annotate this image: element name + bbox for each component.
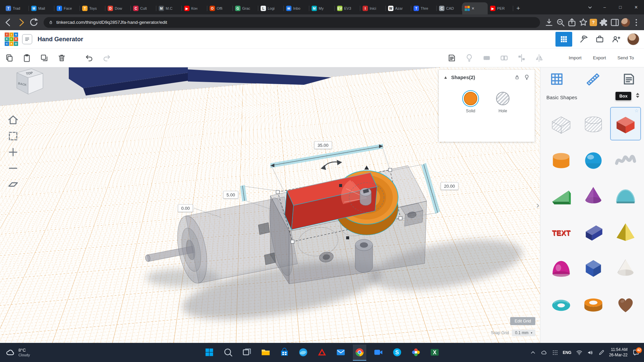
- wifi-icon[interactable]: [576, 349, 583, 356]
- duplicate-button[interactable]: [40, 53, 49, 63]
- shape-item-tube[interactable]: [579, 289, 608, 321]
- shape-item-sphere[interactable]: [579, 144, 608, 176]
- shape-item-heart[interactable]: [611, 289, 640, 321]
- align-button[interactable]: [517, 53, 526, 63]
- zoom-out-button[interactable]: [7, 162, 19, 175]
- browser-tab[interactable]: OOffi: [207, 2, 233, 14]
- notification-center-icon[interactable]: 42: [632, 349, 640, 357]
- shape-item-cylinder-hole[interactable]: [579, 108, 608, 140]
- export-button[interactable]: Export: [593, 55, 606, 60]
- maximize-button[interactable]: □: [612, 0, 628, 14]
- blue-object[interactable]: [69, 67, 331, 96]
- 3d-viewport[interactable]: TOP BACK 35.00 5.00 0.00 20.00 ▲ Shapes(…: [0, 67, 540, 343]
- perspective-toggle-button[interactable]: [7, 178, 19, 191]
- home-view-button[interactable]: [7, 114, 19, 126]
- new-tab-button[interactable]: +: [513, 3, 523, 13]
- undo-button[interactable]: [85, 53, 94, 63]
- favorite-star-icon[interactable]: ☆: [634, 108, 639, 113]
- hole-option[interactable]: Hole: [496, 92, 509, 113]
- pen-icon[interactable]: [598, 349, 605, 356]
- shape-item-wedge[interactable]: [546, 180, 576, 212]
- shape-item-cylinder[interactable]: [546, 144, 576, 176]
- dimension-length[interactable]: 35.00: [314, 141, 332, 149]
- zoom-in-button[interactable]: [7, 146, 19, 159]
- hide-icon[interactable]: [524, 74, 530, 80]
- extensions-puzzle-icon[interactable]: [598, 17, 608, 27]
- clock[interactable]: 11:54 AM 26-Mar-22: [609, 347, 628, 358]
- shape-category-dropdown[interactable]: Basic Shapes: [546, 95, 577, 100]
- view-cube[interactable]: TOP BACK: [17, 69, 43, 94]
- browser-tab-active[interactable]: ×: [462, 2, 488, 14]
- shape-item-box[interactable]: ☆: [611, 108, 640, 140]
- tinkercad-logo[interactable]: TINKERCAD: [5, 33, 18, 46]
- workplane-tool-icon[interactable]: [549, 71, 565, 87]
- extension-badge-icon[interactable]: ?: [590, 19, 597, 26]
- browser-tab[interactable]: TToys: [80, 2, 105, 14]
- browser-tab[interactable]: ▶Кон: [182, 2, 207, 14]
- mirror-button[interactable]: [534, 53, 544, 63]
- taskbar-app-explorer[interactable]: [259, 345, 272, 361]
- browser-tab[interactable]: MMy: [309, 2, 335, 14]
- taskbar-app-start[interactable]: [203, 345, 216, 361]
- browser-tab[interactable]: ✉Inbo: [284, 2, 309, 14]
- shape-item-cone[interactable]: [579, 180, 608, 212]
- send-to-button[interactable]: Send To: [618, 55, 634, 60]
- close-button[interactable]: ×: [628, 0, 644, 14]
- solid-swatch[interactable]: [464, 92, 477, 105]
- browser-tab[interactable]: LLogi: [258, 2, 284, 14]
- copy-button[interactable]: [5, 53, 14, 63]
- projects-icon[interactable]: [595, 35, 604, 44]
- volume-icon[interactable]: [587, 349, 594, 356]
- taskbar-app-excel[interactable]: X: [428, 345, 441, 361]
- ungroup-button[interactable]: [499, 53, 509, 63]
- show-all-button[interactable]: [465, 53, 474, 63]
- dimension-elevation[interactable]: 0.00: [178, 204, 193, 212]
- category-spinner[interactable]: [636, 93, 639, 98]
- invite-people-icon[interactable]: [611, 35, 621, 44]
- downloads-icon[interactable]: [544, 17, 554, 27]
- browser-tab[interactable]: TTrad: [3, 2, 29, 14]
- browser-tab[interactable]: CCult: [131, 2, 156, 14]
- browser-tab[interactable]: GGrac: [233, 2, 258, 14]
- forward-button[interactable]: [15, 17, 27, 28]
- design-menu-icon[interactable]: [22, 34, 32, 44]
- browser-tab[interactable]: MM.C: [156, 2, 182, 14]
- shape-item-ramp[interactable]: [579, 216, 608, 248]
- shape-item-scribble[interactable]: [611, 144, 640, 176]
- shape-item-torus[interactable]: [546, 289, 576, 321]
- tab-close-icon[interactable]: ×: [472, 6, 474, 11]
- fit-view-button[interactable]: [7, 130, 19, 142]
- redo-button[interactable]: [102, 53, 111, 63]
- dashboard-grid-button[interactable]: [555, 32, 572, 47]
- hole-swatch[interactable]: [496, 92, 509, 105]
- notes-button[interactable]: [447, 53, 457, 63]
- taskbar-app-chrome[interactable]: [353, 345, 366, 361]
- browser-tab[interactable]: fFace: [54, 2, 80, 14]
- bookmark-star-icon[interactable]: [578, 17, 588, 27]
- sidebar-collapse-icon[interactable]: ›: [536, 200, 539, 210]
- paste-button[interactable]: [22, 53, 32, 63]
- browser-tab[interactable]: IInici: [360, 2, 386, 14]
- taskbar-app-camera[interactable]: [372, 345, 385, 361]
- shape-item-roof[interactable]: [611, 180, 640, 212]
- language-indicator[interactable]: ENG: [563, 350, 572, 355]
- collapse-panel-icon[interactable]: ▲: [443, 75, 448, 80]
- edit-grid-button[interactable]: Edit Grid: [510, 317, 535, 325]
- dimension-width[interactable]: 20.00: [441, 182, 459, 190]
- apps-grid-icon[interactable]: [552, 349, 558, 356]
- browser-tab[interactable]: TThre: [411, 2, 437, 14]
- taskbar-app-search[interactable]: [221, 345, 235, 361]
- browser-menu-icon[interactable]: [631, 17, 641, 27]
- browser-tab[interactable]: CCAD: [437, 2, 462, 14]
- shape-item-pyramid[interactable]: [611, 216, 640, 248]
- notes-tool-icon[interactable]: [621, 71, 637, 87]
- zoom-out-icon[interactable]: [555, 17, 566, 27]
- back-button[interactable]: [3, 17, 14, 28]
- tray-overflow-icon[interactable]: [530, 349, 536, 356]
- taskbar-app-edge[interactable]: [297, 345, 310, 361]
- solid-option[interactable]: Solid: [464, 92, 477, 113]
- tools-icon[interactable]: [579, 35, 588, 44]
- browser-tab[interactable]: DDow: [105, 2, 131, 14]
- shape-item-text[interactable]: TEXTTEXT: [546, 216, 576, 248]
- rotate-arrow-icon[interactable]: [321, 160, 342, 170]
